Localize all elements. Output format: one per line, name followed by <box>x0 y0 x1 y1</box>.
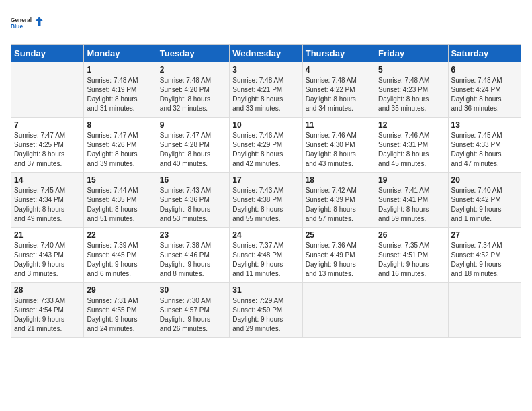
weekday-header-cell: Friday <box>375 45 448 62</box>
day-number: 28 <box>14 285 81 295</box>
calendar-day-cell: 18Sunrise: 7:42 AM Sunset: 4:39 PM Dayli… <box>302 173 375 228</box>
svg-text:Blue: Blue <box>11 23 23 30</box>
calendar-week-row: 21Sunrise: 7:40 AM Sunset: 4:43 PM Dayli… <box>11 228 521 283</box>
day-info: Sunrise: 7:36 AM Sunset: 4:49 PM Dayligh… <box>306 241 372 279</box>
calendar-day-cell: 21Sunrise: 7:40 AM Sunset: 4:43 PM Dayli… <box>11 228 84 283</box>
day-number: 17 <box>232 175 299 185</box>
calendar-week-row: 14Sunrise: 7:45 AM Sunset: 4:34 PM Dayli… <box>11 173 521 228</box>
calendar-day-cell <box>375 283 448 338</box>
calendar-container: General Blue SundayMondayTuesdayWednesda… <box>0 0 532 343</box>
weekday-header-cell: Thursday <box>302 45 375 62</box>
calendar-day-cell: 23Sunrise: 7:38 AM Sunset: 4:46 PM Dayli… <box>157 228 229 283</box>
day-info: Sunrise: 7:44 AM Sunset: 4:35 PM Dayligh… <box>87 186 153 224</box>
day-number: 8 <box>87 120 153 130</box>
day-number: 12 <box>378 120 445 130</box>
calendar-day-cell: 12Sunrise: 7:46 AM Sunset: 4:31 PM Dayli… <box>375 118 448 173</box>
day-info: Sunrise: 7:34 AM Sunset: 4:52 PM Dayligh… <box>451 241 518 279</box>
calendar-header: General Blue <box>11 11 521 36</box>
calendar-day-cell: 15Sunrise: 7:44 AM Sunset: 4:35 PM Dayli… <box>84 173 157 228</box>
day-info: Sunrise: 7:47 AM Sunset: 4:26 PM Dayligh… <box>87 131 153 169</box>
day-number: 9 <box>160 120 226 130</box>
day-info: Sunrise: 7:48 AM Sunset: 4:21 PM Dayligh… <box>232 76 299 113</box>
calendar-week-row: 7Sunrise: 7:47 AM Sunset: 4:25 PM Daylig… <box>11 118 521 173</box>
calendar-day-cell: 16Sunrise: 7:43 AM Sunset: 4:36 PM Dayli… <box>157 173 229 228</box>
day-number: 25 <box>306 230 372 240</box>
weekday-header-cell: Monday <box>84 45 157 62</box>
calendar-day-cell: 25Sunrise: 7:36 AM Sunset: 4:49 PM Dayli… <box>302 228 375 283</box>
day-info: Sunrise: 7:37 AM Sunset: 4:48 PM Dayligh… <box>232 241 299 279</box>
calendar-day-cell: 4Sunrise: 7:48 AM Sunset: 4:22 PM Daylig… <box>302 62 375 118</box>
day-number: 3 <box>232 65 299 75</box>
day-number: 10 <box>232 120 299 130</box>
day-number: 31 <box>232 285 299 295</box>
weekday-header-cell: Saturday <box>448 45 521 62</box>
calendar-week-row: 28Sunrise: 7:33 AM Sunset: 4:54 PM Dayli… <box>11 283 521 338</box>
day-info: Sunrise: 7:46 AM Sunset: 4:29 PM Dayligh… <box>232 131 299 169</box>
calendar-day-cell: 8Sunrise: 7:47 AM Sunset: 4:26 PM Daylig… <box>84 118 157 173</box>
day-number: 22 <box>87 230 153 240</box>
day-number: 15 <box>87 175 153 185</box>
calendar-day-cell: 27Sunrise: 7:34 AM Sunset: 4:52 PM Dayli… <box>448 228 521 283</box>
day-info: Sunrise: 7:47 AM Sunset: 4:28 PM Dayligh… <box>160 131 226 169</box>
day-number: 14 <box>14 175 81 185</box>
day-info: Sunrise: 7:43 AM Sunset: 4:36 PM Dayligh… <box>160 186 226 224</box>
calendar-day-cell: 3Sunrise: 7:48 AM Sunset: 4:21 PM Daylig… <box>230 62 302 118</box>
day-number: 24 <box>232 230 299 240</box>
day-info: Sunrise: 7:29 AM Sunset: 4:59 PM Dayligh… <box>232 296 299 334</box>
day-number: 7 <box>14 120 81 130</box>
calendar-day-cell: 5Sunrise: 7:48 AM Sunset: 4:23 PM Daylig… <box>375 62 448 118</box>
day-info: Sunrise: 7:33 AM Sunset: 4:54 PM Dayligh… <box>14 296 81 334</box>
day-info: Sunrise: 7:42 AM Sunset: 4:39 PM Dayligh… <box>306 186 372 224</box>
calendar-day-cell: 9Sunrise: 7:47 AM Sunset: 4:28 PM Daylig… <box>157 118 229 173</box>
day-info: Sunrise: 7:46 AM Sunset: 4:30 PM Dayligh… <box>306 131 372 169</box>
day-info: Sunrise: 7:48 AM Sunset: 4:20 PM Dayligh… <box>160 76 226 113</box>
day-number: 23 <box>160 230 226 240</box>
calendar-day-cell <box>448 283 521 338</box>
day-number: 27 <box>451 230 518 240</box>
svg-marker-2 <box>36 17 43 26</box>
calendar-day-cell: 28Sunrise: 7:33 AM Sunset: 4:54 PM Dayli… <box>11 283 84 338</box>
calendar-day-cell: 2Sunrise: 7:48 AM Sunset: 4:20 PM Daylig… <box>157 62 229 118</box>
day-number: 26 <box>378 230 445 240</box>
calendar-day-cell: 13Sunrise: 7:45 AM Sunset: 4:33 PM Dayli… <box>448 118 521 173</box>
day-info: Sunrise: 7:35 AM Sunset: 4:51 PM Dayligh… <box>378 241 445 279</box>
day-number: 21 <box>14 230 81 240</box>
day-info: Sunrise: 7:45 AM Sunset: 4:34 PM Dayligh… <box>14 186 81 224</box>
day-number: 29 <box>87 285 153 295</box>
day-info: Sunrise: 7:31 AM Sunset: 4:55 PM Dayligh… <box>87 296 153 334</box>
weekday-header-row: SundayMondayTuesdayWednesdayThursdayFrid… <box>11 45 521 62</box>
calendar-day-cell: 26Sunrise: 7:35 AM Sunset: 4:51 PM Dayli… <box>375 228 448 283</box>
day-number: 13 <box>451 120 518 130</box>
calendar-day-cell: 14Sunrise: 7:45 AM Sunset: 4:34 PM Dayli… <box>11 173 84 228</box>
day-number: 18 <box>306 175 372 185</box>
calendar-day-cell: 17Sunrise: 7:43 AM Sunset: 4:38 PM Dayli… <box>230 173 302 228</box>
day-info: Sunrise: 7:39 AM Sunset: 4:45 PM Dayligh… <box>87 241 153 279</box>
day-info: Sunrise: 7:41 AM Sunset: 4:41 PM Dayligh… <box>378 186 445 224</box>
day-info: Sunrise: 7:48 AM Sunset: 4:19 PM Dayligh… <box>87 76 153 113</box>
day-info: Sunrise: 7:40 AM Sunset: 4:42 PM Dayligh… <box>451 186 518 224</box>
day-info: Sunrise: 7:46 AM Sunset: 4:31 PM Dayligh… <box>378 131 445 169</box>
calendar-day-cell: 20Sunrise: 7:40 AM Sunset: 4:42 PM Dayli… <box>448 173 521 228</box>
day-info: Sunrise: 7:40 AM Sunset: 4:43 PM Dayligh… <box>14 241 81 279</box>
day-info: Sunrise: 7:38 AM Sunset: 4:46 PM Dayligh… <box>160 241 226 279</box>
logo: General Blue <box>11 11 44 36</box>
day-number: 5 <box>378 65 445 75</box>
day-info: Sunrise: 7:43 AM Sunset: 4:38 PM Dayligh… <box>232 186 299 224</box>
day-number: 4 <box>306 65 372 75</box>
day-number: 16 <box>160 175 226 185</box>
calendar-week-row: 1Sunrise: 7:48 AM Sunset: 4:19 PM Daylig… <box>11 62 521 118</box>
day-number: 2 <box>160 65 226 75</box>
weekday-header-cell: Sunday <box>11 45 84 62</box>
calendar-day-cell: 7Sunrise: 7:47 AM Sunset: 4:25 PM Daylig… <box>11 118 84 173</box>
calendar-day-cell: 30Sunrise: 7:30 AM Sunset: 4:57 PM Dayli… <box>157 283 229 338</box>
day-info: Sunrise: 7:45 AM Sunset: 4:33 PM Dayligh… <box>451 131 518 169</box>
calendar-day-cell: 31Sunrise: 7:29 AM Sunset: 4:59 PM Dayli… <box>230 283 302 338</box>
weekday-header-cell: Wednesday <box>230 45 302 62</box>
calendar-day-cell: 29Sunrise: 7:31 AM Sunset: 4:55 PM Dayli… <box>84 283 157 338</box>
calendar-day-cell <box>11 62 84 118</box>
calendar-day-cell <box>302 283 375 338</box>
day-number: 20 <box>451 175 518 185</box>
weekday-header-cell: Tuesday <box>157 45 229 62</box>
calendar-day-cell: 19Sunrise: 7:41 AM Sunset: 4:41 PM Dayli… <box>375 173 448 228</box>
calendar-day-cell: 6Sunrise: 7:48 AM Sunset: 4:24 PM Daylig… <box>448 62 521 118</box>
